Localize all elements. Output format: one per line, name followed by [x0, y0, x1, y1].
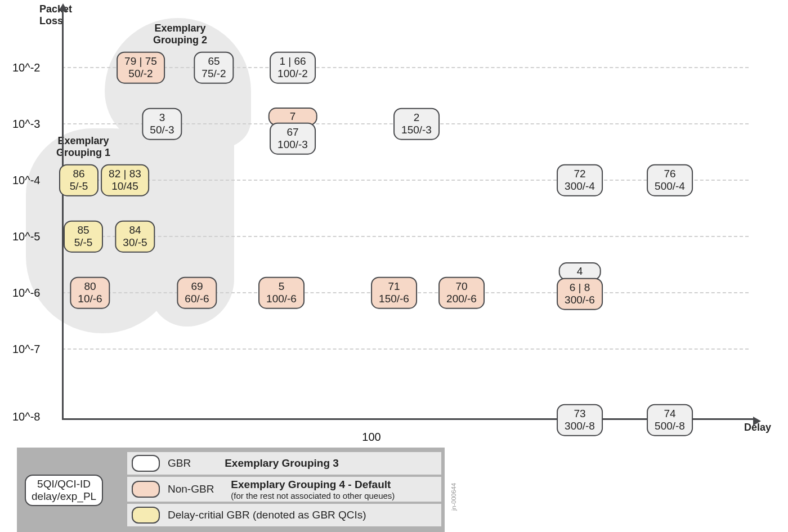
node-69: 6960/-6: [177, 277, 217, 309]
node-84: 8430/-5: [115, 221, 155, 253]
node-85: 855/-5: [64, 221, 103, 253]
legend-swatch-dcgbr: [132, 507, 160, 524]
y-tick-label: 10^-3: [12, 118, 37, 131]
node-82-83: 82 | 8310/45: [101, 164, 149, 196]
node-6-8: 6 | 8300/-6: [557, 278, 603, 310]
node-80: 8010/-6: [70, 277, 110, 309]
node-1-66: 1 | 66100/-2: [270, 52, 316, 84]
gridline: [62, 348, 749, 350]
legend-row-nongbr: Non-GBR Exemplary Grouping 4 - Default (…: [127, 477, 441, 502]
gridline: [62, 180, 749, 181]
node-65: 6575/-2: [194, 52, 234, 84]
node-74: 74500/-8: [647, 404, 693, 436]
y-axis-line: [62, 8, 64, 420]
y-tick-label: 10^-6: [12, 287, 37, 299]
chart-plot-area: ExemplaryGrouping 2 ExemplaryGrouping 1 …: [39, 11, 749, 428]
image-id-label: jn-000644: [450, 483, 457, 511]
y-tick-label: 10^-8: [12, 410, 37, 423]
legend-row-dcgbr: Delay-critial GBR (denoted as GBR QCIs): [127, 504, 441, 526]
y-tick-label: 10^-7: [12, 343, 37, 356]
node-3: 350/-3: [142, 108, 182, 140]
legend-label-dcgbr: Delay-critial GBR (denoted as GBR QCIs): [168, 509, 366, 521]
y-tick-label: 10^-2: [12, 61, 37, 74]
legend-panel: 5QI/QCI-IDdelay/exp_PL GBR Exemplary Gro…: [17, 448, 445, 532]
legend-swatch-nongbr: [132, 481, 160, 498]
y-tick-label: 10^-5: [12, 230, 37, 243]
legend-label-nongbr: Non-GBR: [168, 483, 214, 495]
x-tick-label: 100: [362, 431, 380, 444]
node-72: 72300/-4: [557, 164, 603, 196]
legend-label-gbr: GBR: [168, 457, 191, 470]
x-axis-arrow-icon: [753, 417, 761, 426]
node-71: 71150/-6: [371, 277, 417, 309]
node-70: 70200/-6: [438, 277, 485, 309]
legend-key-node: 5QI/QCI-IDdelay/exp_PL: [25, 475, 103, 506]
node-73: 73300/-8: [557, 404, 603, 436]
node-2: 2150/-3: [393, 108, 440, 140]
node-79-75: 79 | 7550/-2: [117, 52, 165, 84]
node-5: 5100/-6: [258, 277, 305, 309]
y-axis-arrow-icon: [59, 3, 68, 11]
node-86: 865/-5: [59, 164, 98, 196]
gridline: [62, 236, 749, 237]
legend-row-gbr: GBR Exemplary Grouping 3: [127, 452, 441, 475]
grouping-2-label: ExemplaryGrouping 2: [141, 23, 220, 46]
y-tick-label: 10^-4: [12, 174, 37, 187]
legend-extra-grouping3: Exemplary Grouping 3: [225, 457, 339, 470]
node-76: 76500/-4: [647, 164, 693, 196]
legend-extra-grouping4: Exemplary Grouping 4 - Default (for the …: [231, 479, 395, 500]
legend-swatch-gbr: [132, 455, 160, 472]
grouping-1-label: ExemplaryGrouping 1: [50, 135, 117, 158]
node-67: 67100/-3: [270, 123, 316, 155]
gridline: [62, 67, 749, 68]
